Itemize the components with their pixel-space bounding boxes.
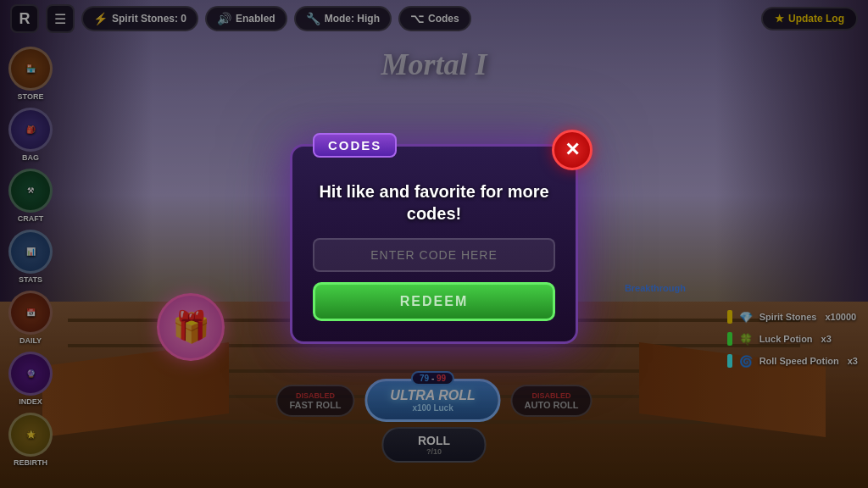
codes-modal-title: CODES [313, 133, 397, 158]
modal-overlay: CODES ✕ Hit like and favorite for more c… [0, 0, 868, 488]
close-button[interactable]: ✕ [552, 130, 593, 170]
codes-message: Hit like and favorite for more codes! [313, 180, 555, 225]
redeem-button[interactable]: REDEEM [313, 282, 555, 321]
codes-modal: CODES ✕ Hit like and favorite for more c… [290, 144, 578, 344]
code-input[interactable] [313, 238, 555, 272]
